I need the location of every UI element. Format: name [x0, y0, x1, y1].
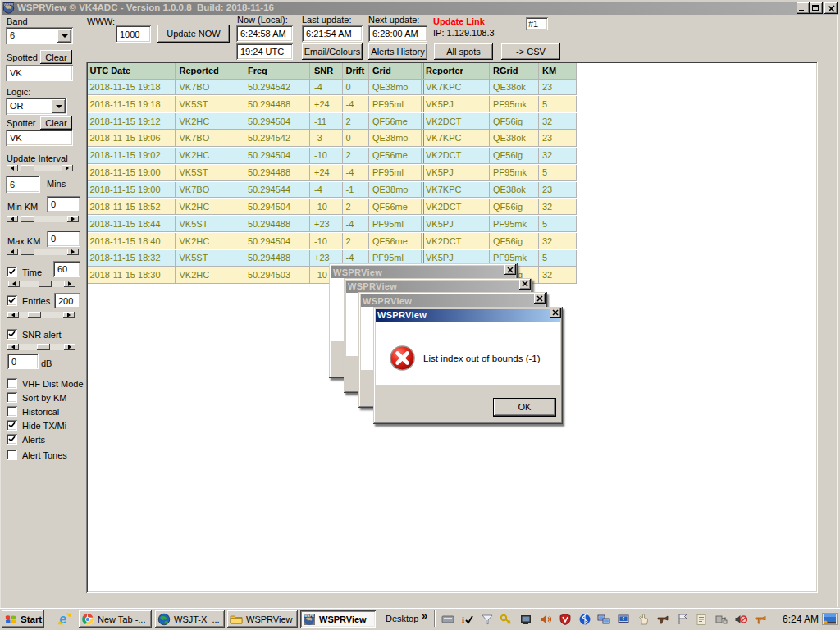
svg-text:WSPR: WSPR: [4, 2, 14, 7]
svg-text:WSPR: WSPR: [304, 614, 314, 618]
svg-text:i: i: [462, 614, 464, 624]
